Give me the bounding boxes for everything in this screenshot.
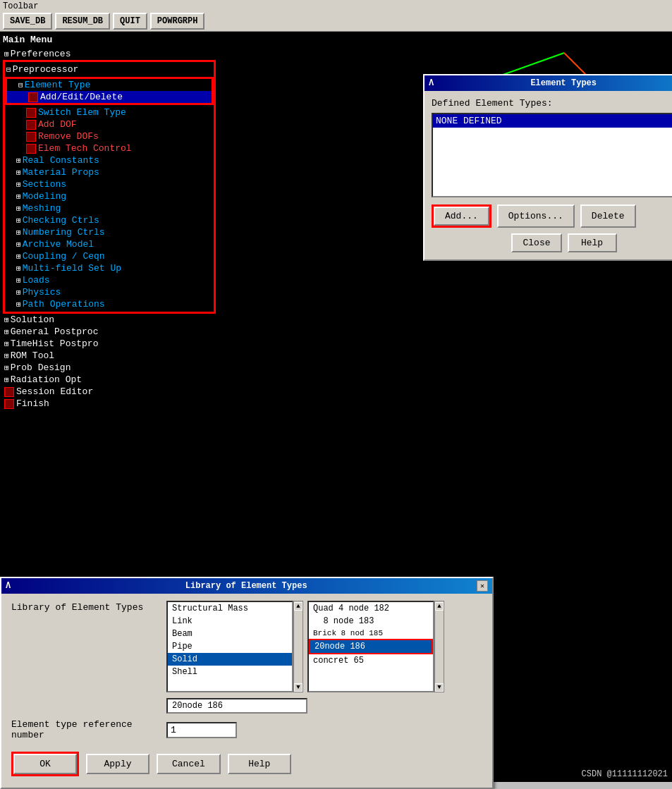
lib-item-structural-mass[interactable]: Structural Mass bbox=[168, 602, 292, 615]
scroll-down-arrow[interactable]: ▼ bbox=[294, 683, 303, 692]
expand-icon-preproc: ⊟ bbox=[6, 65, 11, 74]
sidebar-item-material-props[interactable]: ⊞ Material Props bbox=[5, 166, 214, 178]
sidebar-item-general-postproc[interactable]: ⊞ General Postproc bbox=[3, 326, 216, 338]
right-scroll-up-arrow[interactable]: ▲ bbox=[435, 602, 444, 611]
sidebar-item-multifield[interactable]: ⊞ Multi-field Set Up bbox=[5, 262, 214, 274]
sidebar-item-preprocessor[interactable]: ⊟ Preprocessor bbox=[5, 63, 214, 75]
sidebar-item-preferences[interactable]: ⊞ Preferences bbox=[3, 48, 216, 60]
ok-button[interactable]: OK bbox=[13, 754, 77, 774]
scroll-up-arrow[interactable]: ▲ bbox=[294, 602, 303, 611]
toolbar: Toolbar SAVE_DB RESUM_DB QUIT POWRGRPH bbox=[0, 0, 672, 32]
session-editor-label: Session Editor bbox=[16, 386, 93, 397]
element-types-listbox[interactable]: NONE DEFINED bbox=[432, 113, 672, 197]
watermark: CSDN @11111112021 bbox=[582, 769, 668, 779]
ok-button-wrapper: OK bbox=[11, 752, 79, 776]
library-row-label: Library of Element Types bbox=[11, 601, 166, 613]
loads-label: Loads bbox=[23, 275, 50, 286]
library-titlebar: Λ Library of Element Types ✕ bbox=[1, 578, 492, 594]
element-types-label: Defined Element Types: bbox=[432, 98, 672, 109]
rom-tool-label: ROM Tool bbox=[11, 350, 54, 361]
sidebar-item-path-ops[interactable]: ⊞ Path Operations bbox=[5, 298, 214, 310]
lib-item-shell[interactable]: Shell bbox=[168, 666, 292, 678]
physics-label: Physics bbox=[23, 287, 61, 298]
element-types-buttons-row: Add... Options... Delete bbox=[432, 204, 672, 228]
left-listbox[interactable]: Structural Mass Link Beam Pipe Solid She… bbox=[166, 601, 293, 692]
lib-item-brick8[interactable]: Brick 8 nod 185 bbox=[309, 628, 433, 639]
help-button[interactable]: Help bbox=[568, 233, 617, 252]
real-constants-label: Real Constants bbox=[23, 155, 99, 166]
path-ops-label: Path Operations bbox=[23, 299, 105, 310]
sidebar-item-switch-elem[interactable]: Switch Elem Type bbox=[5, 106, 214, 118]
solution-expand-icon: ⊞ bbox=[4, 315, 9, 324]
add-button[interactable]: Add... bbox=[434, 207, 489, 226]
options-button[interactable]: Options... bbox=[497, 204, 575, 228]
right-scroll-down-arrow[interactable]: ▼ bbox=[435, 683, 444, 692]
sidebar-item-archive[interactable]: ⊞ Archive Model bbox=[5, 238, 214, 250]
finish-label: Finish bbox=[16, 398, 49, 409]
archive-label: Archive Model bbox=[23, 239, 94, 250]
ref-number-input[interactable] bbox=[166, 722, 237, 738]
sidebar-item-add-dof[interactable]: Add DOF bbox=[5, 118, 214, 130]
material-props-label: Material Props bbox=[23, 167, 99, 178]
sidebar-item-prob-design[interactable]: ⊞ Prob Design bbox=[3, 362, 216, 374]
sidebar-item-meshing[interactable]: ⊞ Meshing bbox=[5, 202, 214, 214]
sidebar-item-solution[interactable]: ⊞ Solution bbox=[3, 314, 216, 326]
ref-number-label: Element type reference number bbox=[11, 719, 166, 740]
toolbar-buttons: SAVE_DB RESUM_DB QUIT POWRGRPH bbox=[3, 13, 669, 30]
elem-tech-label: Elem Tech Control bbox=[38, 143, 132, 154]
lib-item-beam[interactable]: Beam bbox=[168, 628, 292, 640]
quit-button[interactable]: QUIT bbox=[113, 13, 147, 30]
sidebar-item-add-edit-delete[interactable]: Add/Edit/Delete bbox=[7, 91, 212, 103]
apply-button[interactable]: Apply bbox=[86, 754, 149, 774]
sidebar-item-real-constants[interactable]: ⊞ Real Constants bbox=[5, 154, 214, 166]
element-types-btn-row2: Close Help bbox=[432, 233, 672, 252]
sidebar-item-finish[interactable]: Finish bbox=[3, 398, 216, 410]
close-button[interactable]: Close bbox=[511, 233, 561, 252]
timehist-label: TimeHist Postpro bbox=[11, 338, 99, 349]
sidebar-item-rom-tool[interactable]: ⊞ ROM Tool bbox=[3, 350, 216, 362]
sidebar-item-loads[interactable]: ⊞ Loads bbox=[5, 274, 214, 286]
sidebar-item-radiation[interactable]: ⊞ Radiation Opt bbox=[3, 374, 216, 386]
sidebar-item-modeling[interactable]: ⊞ Modeling bbox=[5, 190, 214, 202]
sidebar-item-remove-dofs[interactable]: Remove DOFs bbox=[5, 130, 214, 142]
main-menu-title: Main Menu bbox=[3, 35, 216, 45]
lib-item-solid[interactable]: Solid bbox=[168, 653, 292, 666]
sidebar-item-coupling[interactable]: ⊞ Coupling / Ceqn bbox=[5, 250, 214, 262]
library-bottom-row: OK Apply Cancel Help bbox=[11, 747, 482, 781]
lib-item-link[interactable]: Link bbox=[168, 615, 292, 628]
sidebar-item-numbering[interactable]: ⊞ Numbering Ctrls bbox=[5, 226, 214, 238]
library-title: Library of Element Types bbox=[185, 581, 307, 591]
loads-expand-icon: ⊞ bbox=[16, 276, 21, 285]
numbering-label: Numbering Ctrls bbox=[23, 227, 105, 238]
element-types-titlebar: Λ Element Types ✕ bbox=[424, 75, 672, 91]
lib-item-8node183[interactable]: 8 node 183 bbox=[309, 615, 433, 628]
save-db-button[interactable]: SAVE_DB bbox=[3, 13, 52, 30]
sidebar-item-checking[interactable]: ⊞ Checking Ctrls bbox=[5, 214, 214, 226]
powrgrph-button[interactable]: POWRGRPH bbox=[150, 13, 205, 30]
sidebar-item-session-editor[interactable]: Session Editor bbox=[3, 386, 216, 398]
element-types-title-icon: Λ bbox=[429, 78, 439, 88]
cancel-button[interactable]: Cancel bbox=[157, 754, 221, 774]
library-close-button[interactable]: ✕ bbox=[477, 580, 488, 592]
right-listbox[interactable]: Quad 4 node 182 8 node 183 Brick 8 nod 1… bbox=[307, 601, 434, 692]
library-help-button[interactable]: Help bbox=[228, 754, 291, 774]
sidebar-item-element-type[interactable]: ⊟ Element Type bbox=[7, 79, 212, 91]
add-edit-delete-icon bbox=[28, 92, 38, 102]
sidebar-item-sections[interactable]: ⊞ Sections bbox=[5, 178, 214, 190]
right-scrollbar[interactable]: ▲ ▼ bbox=[434, 601, 444, 692]
lib-item-20node186[interactable]: 20node 186 bbox=[309, 639, 433, 654]
delete-button[interactable]: Delete bbox=[580, 204, 636, 228]
probdesign-expand-icon: ⊞ bbox=[4, 363, 9, 372]
meshing-expand-icon: ⊞ bbox=[16, 204, 21, 213]
lib-item-concret65[interactable]: concret 65 bbox=[309, 654, 433, 667]
lib-item-pipe[interactable]: Pipe bbox=[168, 640, 292, 653]
listbox-item-none-defined[interactable]: NONE DEFINED bbox=[433, 114, 672, 128]
prob-design-label: Prob Design bbox=[11, 362, 71, 373]
add-edit-delete-label: Add/Edit/Delete bbox=[40, 92, 123, 102]
sidebar-item-timehist[interactable]: ⊞ TimeHist Postpro bbox=[3, 338, 216, 350]
resum-db-button[interactable]: RESUM_DB bbox=[55, 13, 110, 30]
sidebar-item-physics[interactable]: ⊞ Physics bbox=[5, 286, 214, 298]
left-scrollbar[interactable]: ▲ ▼ bbox=[293, 601, 303, 692]
sidebar-item-elem-tech[interactable]: Elem Tech Control bbox=[5, 142, 214, 154]
lib-item-quad4[interactable]: Quad 4 node 182 bbox=[309, 602, 433, 615]
